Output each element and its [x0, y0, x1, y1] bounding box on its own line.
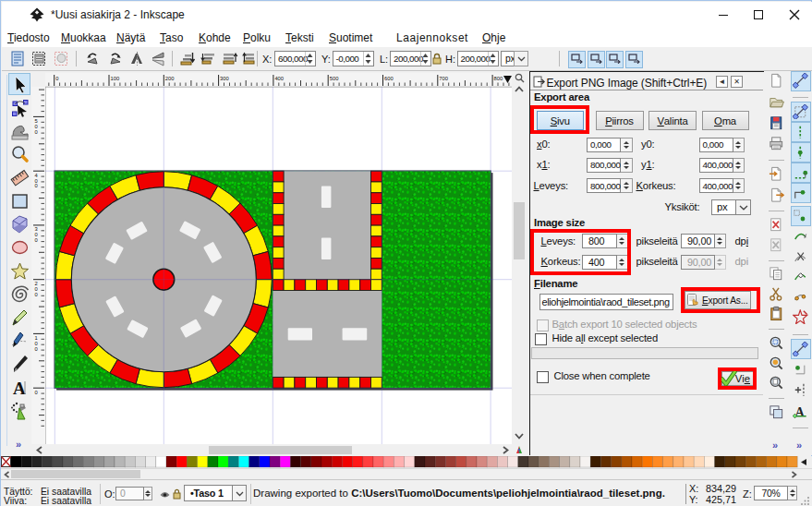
svg-text:100: 100 [111, 76, 120, 81]
svg-text:500: 500 [35, 118, 38, 135]
svg-text:0: 0 [55, 76, 58, 81]
svg-text:600: 600 [384, 76, 394, 81]
svg-text:A: A [13, 379, 26, 397]
svg-text:400: 400 [274, 76, 284, 81]
svg-text:200: 200 [165, 76, 175, 81]
svg-text:0: 0 [35, 390, 38, 395]
svg-text:200: 200 [35, 281, 38, 297]
svg-text:300: 300 [35, 226, 38, 243]
svg-text:800: 800 [494, 76, 503, 81]
svg-text:300: 300 [220, 76, 229, 81]
svg-text:700: 700 [439, 76, 448, 81]
svg-text:100: 100 [35, 335, 38, 352]
svg-text:500: 500 [330, 76, 339, 81]
